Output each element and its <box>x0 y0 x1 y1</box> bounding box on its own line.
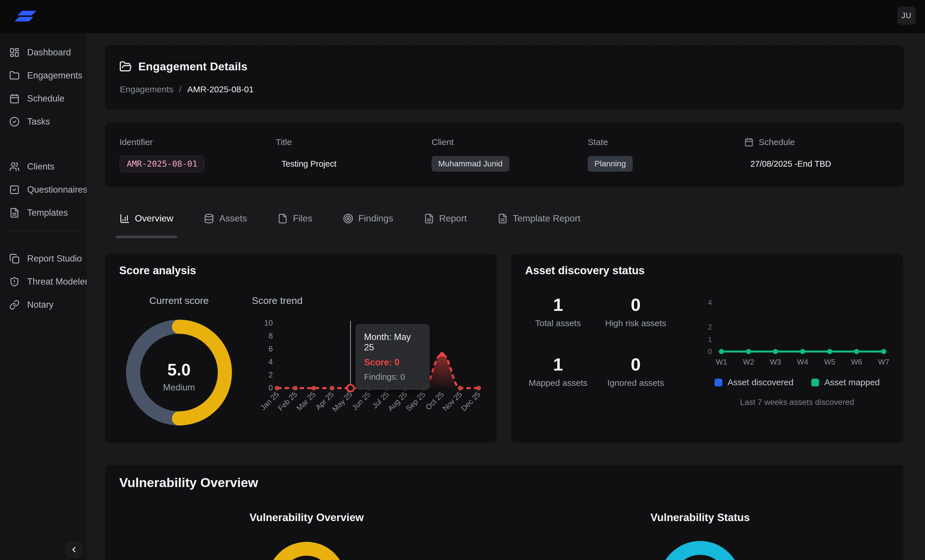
engagement-tabs: Overview Assets Files Findings Report Te… <box>116 206 585 238</box>
legend-label: Asset mapped <box>824 377 880 387</box>
vulnerability-status-donut-chart[interactable] <box>645 527 755 560</box>
tab-overview[interactable]: Overview <box>116 206 177 238</box>
shield-alert-icon <box>9 276 20 287</box>
legend-swatch-blue <box>714 378 722 386</box>
tab-label: Findings <box>358 213 393 224</box>
tab-files[interactable]: Files <box>273 206 316 238</box>
stat-label: Ignored assets <box>598 378 673 388</box>
sidebar-item-dashboard[interactable]: Dashboard <box>0 41 87 64</box>
identifier-badge: AMR-2025-08-01 <box>119 155 204 172</box>
sidebar-item-label: Threat Modeler <box>27 276 88 287</box>
asset-ytick: 1 <box>708 335 712 344</box>
stat-value: 0 <box>598 294 673 315</box>
chevron-left-icon <box>69 545 78 554</box>
sidebar-item-report-studio[interactable]: Report Studio <box>0 247 87 270</box>
sidebar-item-templates[interactable]: Templates <box>0 201 87 224</box>
sidebar-item-label: Dashboard <box>27 47 71 58</box>
circle-check-icon <box>9 117 20 127</box>
sidebar-item-threat-modeler[interactable]: Threat Modeler <box>0 270 87 293</box>
sidebar-collapse-button[interactable] <box>66 542 82 558</box>
sidebar-item-clients[interactable]: Clients <box>0 155 87 178</box>
calendar-icon <box>9 93 20 104</box>
legend-asset-mapped: Asset mapped <box>811 377 880 387</box>
identifier-label: Identifier <box>119 137 204 147</box>
breadcrumb: Engagements / AMR-2025-08-01 <box>120 84 254 94</box>
sidebar-item-notary[interactable]: Notary <box>0 293 87 316</box>
topbar: JU <box>0 0 925 33</box>
tooltip-findings: Findings: 0 <box>364 372 421 382</box>
breadcrumb-engagements-link[interactable]: Engagements <box>120 84 173 94</box>
asset-ytick: 4 <box>708 299 712 306</box>
trend-xtick: May 25 <box>331 390 354 413</box>
trend-ytick: 10 <box>264 319 273 327</box>
square-check-icon <box>9 185 20 195</box>
info-title: Title Testing Project <box>276 137 336 172</box>
sidebar-group-tools: Report Studio Threat Modeler Notary <box>0 247 87 316</box>
sidebar-item-schedule[interactable]: Schedule <box>0 87 87 110</box>
stat-high-risk-assets: 0 High risk assets <box>598 294 673 328</box>
stat-label: Mapped assets <box>521 378 596 388</box>
current-score-donut-chart[interactable]: 5.0 Medium <box>124 318 234 427</box>
asset-ytick: 0 <box>708 347 712 356</box>
trend-xtick: Dec 25 <box>459 390 482 413</box>
tab-findings[interactable]: Findings <box>339 206 397 238</box>
vulnerability-section-heading: Vulnerability Overview <box>119 475 258 490</box>
asset-discovery-card: Asset discovery status 1 Total assets 0 … <box>511 254 903 443</box>
asset-discovery-title: Asset discovery status <box>525 264 645 277</box>
app-logo[interactable] <box>14 11 37 22</box>
sidebar-divider <box>9 231 78 231</box>
tab-label: Overview <box>135 213 173 224</box>
trend-xtick: Nov 25 <box>441 390 464 413</box>
breadcrumb-current: AMR-2025-08-01 <box>187 84 253 94</box>
trend-ytick: 0 <box>268 383 273 392</box>
trend-xtick: Jun 25 <box>350 390 372 412</box>
stat-mapped-assets: 1 Mapped assets <box>521 354 596 388</box>
asset-chart-caption: Last 7 weeks assets discovered <box>699 398 895 407</box>
file-text-icon <box>497 213 508 224</box>
asset-xtick: W4 <box>797 357 808 366</box>
asset-xtick: W1 <box>716 357 727 366</box>
sidebar-item-label: Report Studio <box>27 254 82 264</box>
legend-swatch-green <box>811 378 819 386</box>
trend-xtick: Aug 25 <box>386 390 409 413</box>
stat-value: 1 <box>521 354 596 375</box>
schedule-label: Schedule <box>759 137 795 147</box>
trend-ytick: 6 <box>268 345 273 353</box>
main-content: Engagement Details Engagements / AMR-202… <box>87 33 925 560</box>
sidebar-item-engagements[interactable]: Engagements <box>0 64 87 87</box>
current-score-label: Current score <box>123 295 235 306</box>
sidebar-item-questionnaires[interactable]: Questionnaires <box>0 178 87 201</box>
trend-ytick: 8 <box>268 332 273 340</box>
tab-report[interactable]: Report <box>420 206 471 238</box>
donut-score-severity: Medium <box>163 382 195 392</box>
vulnerability-overview-donut-chart[interactable] <box>252 527 362 560</box>
vulnerability-overview-card: Vulnerability Overview Vulnerability Ove… <box>105 465 903 560</box>
tooltip-score: Score: 0 <box>364 357 421 368</box>
sidebar-item-tasks[interactable]: Tasks <box>0 110 87 133</box>
file-text-icon <box>9 208 20 218</box>
database-icon <box>204 213 214 224</box>
users-icon <box>9 162 20 172</box>
tab-assets[interactable]: Assets <box>200 206 251 238</box>
trend-xtick: Sep 25 <box>404 390 427 413</box>
file-text-icon <box>424 213 434 224</box>
score-trend-label: Score trend <box>229 295 325 306</box>
asset-xtick: W7 <box>878 357 889 366</box>
asset-weekly-chart[interactable]: 4 2 1 0 W1 W2 W3 W4 W5 W6 W7 <box>699 294 895 369</box>
breadcrumb-separator: / <box>179 84 181 94</box>
tab-label: Files <box>293 213 312 224</box>
sidebar-item-label: Clients <box>27 162 54 172</box>
stat-value: 1 <box>521 294 596 315</box>
tab-label: Template Report <box>513 213 581 224</box>
asset-xtick: W6 <box>851 357 862 366</box>
trend-xtick: Jan 25 <box>259 390 281 412</box>
state-label: State <box>588 137 633 147</box>
file-icon <box>277 213 288 224</box>
sidebar-item-label: Tasks <box>27 117 50 127</box>
sidebar: Dashboard Engagements Schedule Tasks <box>0 33 87 560</box>
sidebar-group-main: Dashboard Engagements Schedule Tasks <box>0 41 87 133</box>
stat-ignored-assets: 0 Ignored assets <box>598 354 673 388</box>
tab-template-report[interactable]: Template Report <box>493 206 585 238</box>
user-avatar[interactable]: JU <box>897 6 916 25</box>
schedule-value: 27/08/2025 -End TBD <box>750 159 831 169</box>
